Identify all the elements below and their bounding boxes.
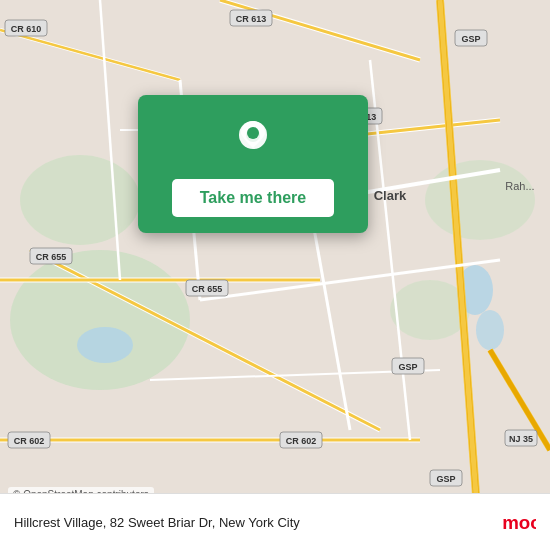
svg-text:GSP: GSP	[398, 362, 417, 372]
svg-point-2	[20, 155, 140, 245]
bottom-bar: Hillcrest Village, 82 Sweet Briar Dr, Ne…	[0, 493, 550, 550]
svg-text:CR 602: CR 602	[14, 436, 45, 446]
svg-text:GSP: GSP	[436, 474, 455, 484]
svg-text:moovit: moovit	[502, 512, 536, 533]
map-container: CR 610 CR 613 CR 613 CR 655 CR 655 GSP G…	[0, 0, 550, 550]
address-text: Hillcrest Village, 82 Sweet Briar Dr, Ne…	[14, 515, 500, 530]
moovit-logo-svg: moovit	[500, 504, 536, 540]
location-pin-icon	[227, 115, 279, 167]
location-card: Take me there	[138, 95, 368, 233]
map-svg: CR 610 CR 613 CR 613 CR 655 CR 655 GSP G…	[0, 0, 550, 550]
svg-text:CR 613: CR 613	[236, 14, 267, 24]
svg-point-59	[247, 127, 259, 139]
svg-text:CR 655: CR 655	[192, 284, 223, 294]
svg-text:GSP: GSP	[461, 34, 480, 44]
svg-text:Clark: Clark	[374, 188, 407, 203]
svg-point-7	[476, 310, 504, 350]
svg-text:CR 610: CR 610	[11, 24, 42, 34]
svg-text:Rah...: Rah...	[505, 180, 534, 192]
svg-text:NJ 35: NJ 35	[509, 434, 533, 444]
svg-text:CR 655: CR 655	[36, 252, 67, 262]
moovit-logo: moovit	[500, 504, 536, 540]
svg-text:CR 602: CR 602	[286, 436, 317, 446]
svg-point-5	[77, 327, 133, 363]
take-me-there-button[interactable]: Take me there	[172, 179, 334, 217]
